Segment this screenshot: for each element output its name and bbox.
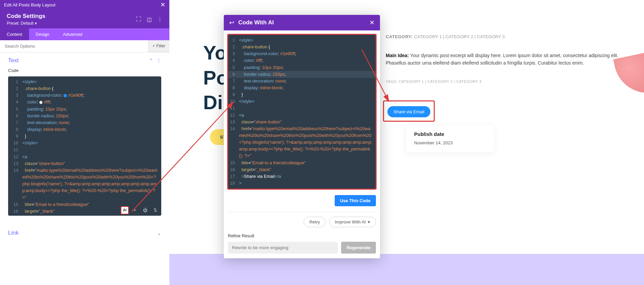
collapse-icon[interactable]: ⌃ [149,58,153,63]
section-text-head: Text ⌃ ⋮ [0,52,169,66]
share-email-button[interactable]: Share via Email [387,106,430,117]
retry-button[interactable]: Retry [304,217,326,227]
section-link-head: Link ⌄ [0,224,169,241]
preset-dropdown[interactable]: Preset: Default ▾ [7,21,45,26]
publish-date: November 14, 2023 [414,140,486,145]
plus-icon: + [152,44,155,48]
chevron-down-icon: ▾ [368,219,370,224]
category-label: CATEGORY: [386,34,413,39]
settings-panel: Edit All Posts Body Layout ✕ Code Settin… [0,0,169,285]
ai-button[interactable]: AI [121,206,129,214]
ai-modal-title: Code With AI [238,19,365,26]
excerpt: Main Idea: Your dynamic post excerpt wil… [386,52,634,67]
ai-code-highlight: 1<style>2 .share-button {3 background-co… [227,34,377,190]
refine-section: Refine Result Regenerate [224,231,380,258]
title-bar: Edit All Posts Body Layout ✕ [0,0,169,9]
expand-icon[interactable]: ⛶ [136,16,141,23]
search-input[interactable] [0,40,148,52]
add-icon[interactable]: + [131,206,139,214]
tab-content[interactable]: Content [0,28,29,40]
panel-icon[interactable]: ◫ [147,16,152,23]
regenerate-button[interactable]: Regenerate [341,242,376,254]
use-code-button[interactable]: Use This Code [335,195,376,206]
sort-icon[interactable]: ⇅ [151,206,159,214]
publish-card: Publish date November 14, 2023 [406,125,494,152]
refine-input[interactable] [228,242,338,254]
divider [228,212,376,212]
search-row: +Filter [0,40,169,52]
post-meta: CATEGORY: CATEGORY 1 | CATEGORY 2 | CATE… [386,34,634,84]
improve-button[interactable]: Improve With AI ▾ [329,217,376,227]
close-icon[interactable]: ✕ [369,19,375,26]
tab-design[interactable]: Design [29,28,56,40]
filter-button[interactable]: +Filter [148,40,169,52]
share-highlight: Share via Email [383,100,435,122]
back-icon[interactable]: ↩ [229,19,234,26]
ai-modal: ↩ Code With AI ✕ 1<style>2 .share-button… [224,15,380,258]
refine-label: Refine Result [228,233,376,238]
window-title: Edit All Posts Body Layout [4,2,55,7]
settings-tabs: Content Design Advanced [0,28,169,40]
code-editor[interactable]: 1<style>2 .share-button {3 background-co… [8,76,161,216]
power-icon[interactable]: ⏻ [141,206,149,214]
category-list: CATEGORY 1 | CATEGORY 2 | CATEGORY 3 [413,34,505,39]
tab-advanced[interactable]: Advanced [56,28,89,40]
publish-label: Publish date [414,131,486,137]
settings-title: Code Settings [7,13,45,20]
section-more-icon[interactable]: ⋮ [157,58,161,63]
settings-header: Code Settings Preset: Default ▾ ⛶ ◫ ⋮ [0,9,169,28]
close-icon[interactable]: ✕ [160,1,165,8]
more-icon[interactable]: ⋮ [157,16,163,23]
ai-code-block[interactable]: 1<style>2 .share-button {3 background-co… [228,35,376,189]
section-text-title: Text [8,57,19,64]
ai-modal-header: ↩ Code With AI ✕ [224,15,380,30]
expand-icon[interactable]: ⌄ [157,230,161,236]
section-link-title: Link [8,230,19,236]
code-field-label: Code [0,66,169,75]
tag-list: TAGS: CATEGORY 1 | CATEGORY 2 | CATEGORY… [386,79,634,84]
decor-band [169,254,644,285]
